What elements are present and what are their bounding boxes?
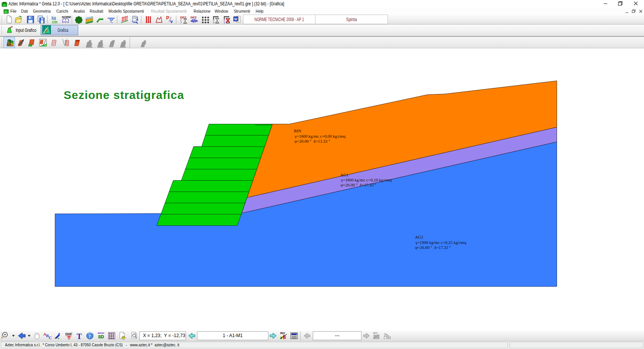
svg-text:kg: kg [52,16,56,20]
svg-text:φ=26.00 ° δ=17.33 °: φ=26.00 ° δ=17.33 ° [415,245,451,250]
svg-text:AG2: AG2 [415,235,423,239]
svg-text:2: 2 [180,18,182,21]
svg-text:cm: cm [52,20,58,24]
svg-text:DXF: DXF [66,332,72,336]
svg-text:SD: SD [98,334,104,339]
svg-text:v: v [170,19,173,24]
svg-text:γ=1600 kg/mc c=0,00 kg/cmq: γ=1600 kg/mc c=0,00 kg/cmq [294,134,346,138]
svg-text:φ=20.00 ° δ=13.33 °: φ=20.00 ° δ=13.33 ° [294,139,330,143]
svg-text:INV: INV [373,331,378,335]
svg-text:T: T [77,332,82,341]
svg-text:γ=1800 kg/mc c=0,10 kg/cmq: γ=1800 kg/mc c=0,10 kg/cmq [341,178,392,182]
svg-text:C: C [49,335,52,340]
svg-text:RIN: RIN [294,128,301,133]
svg-text:NORM: NORM [62,15,71,19]
svg-text:?: ? [89,333,91,339]
svg-text:W: W [234,17,238,21]
svg-text:INV: INV [280,331,285,335]
svg-text:P: P [166,15,169,21]
svg-text:φ=26.00 ° δ=17.33 °: φ=26.00 ° δ=17.33 ° [341,183,376,187]
svg-text:7: 7 [213,21,215,25]
svg-text:γ=1900 kg/mc c=0,25 kg/cmq: γ=1900 kg/mc c=0,25 kg/cmq [415,240,467,245]
svg-text:7: 7 [223,21,225,25]
svg-text:2: 2 [384,332,386,338]
svg-text:DPZ: DPZ [191,16,197,19]
svg-text:7: 7 [180,21,182,24]
svg-text:AG1: AG1 [340,173,348,177]
